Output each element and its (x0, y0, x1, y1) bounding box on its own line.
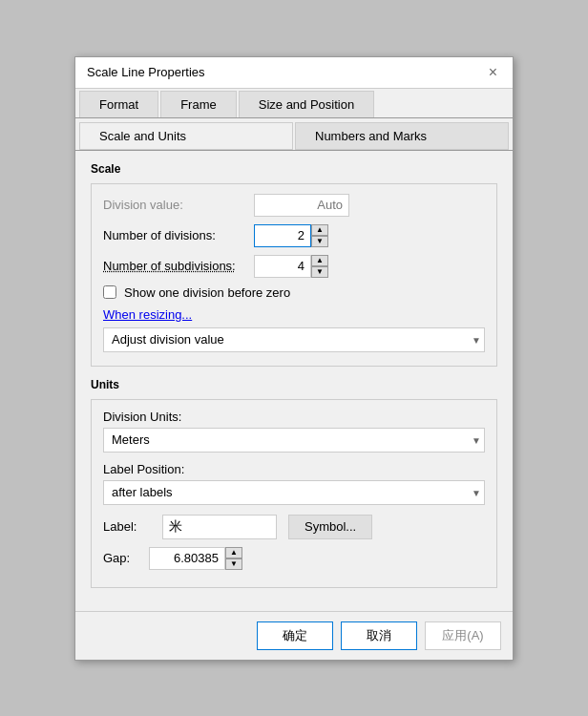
show-one-division-label: Show one division before zero (124, 285, 290, 300)
confirm-button[interactable]: 确定 (257, 621, 333, 650)
gap-input[interactable] (149, 547, 225, 570)
num-subdivisions-down-btn[interactable]: ▼ (311, 266, 328, 278)
gap-up-btn[interactable]: ▲ (225, 547, 242, 558)
num-subdivisions-row: Number of subdivisions: ▲ ▼ (103, 255, 485, 278)
show-one-division-checkbox[interactable] (103, 285, 116, 299)
gap-spinner-btns: ▲ ▼ (225, 547, 242, 570)
label-field-label: Label: (103, 519, 151, 534)
num-subdivisions-up-btn[interactable]: ▲ (311, 255, 328, 266)
num-divisions-spinner: ▲ ▼ (254, 224, 328, 247)
division-value-row: Division value: (103, 194, 485, 217)
tab-row-1: Format Frame Size and Position (75, 89, 513, 118)
tab-format[interactable]: Format (79, 91, 158, 117)
num-divisions-spinner-btns: ▲ ▼ (311, 224, 328, 247)
gap-label: Gap: (103, 551, 141, 565)
num-subdivisions-input[interactable] (254, 255, 311, 278)
tab-size-and-position[interactable]: Size and Position (239, 91, 374, 117)
tab-row-2: Scale and Units Numbers and Marks (75, 118, 513, 150)
label-text-input[interactable] (162, 515, 277, 539)
dialog-footer: 确定 取消 应用(A) (75, 611, 513, 660)
units-section-box: Division Units: Meters ▼ Label Position:… (91, 399, 497, 588)
num-divisions-label: Number of divisions: (103, 228, 246, 242)
tab-scale-and-units[interactable]: Scale and Units (79, 122, 293, 150)
gap-spinner: ▲ ▼ (149, 547, 242, 570)
scale-section-label: Scale (91, 162, 497, 176)
tab-numbers-and-marks[interactable]: Numbers and Marks (295, 122, 509, 150)
division-units-dropdown[interactable]: Meters (103, 428, 485, 453)
gap-down-btn[interactable]: ▼ (225, 558, 242, 570)
division-units-label: Division Units: (103, 410, 485, 424)
label-field-row: Label: Symbol... (103, 515, 485, 539)
num-divisions-input[interactable] (254, 224, 311, 247)
num-subdivisions-label: Number of subdivisions: (103, 259, 246, 273)
symbol-button[interactable]: Symbol... (288, 515, 372, 539)
apply-button[interactable]: 应用(A) (425, 621, 501, 650)
num-subdivisions-spinner: ▲ ▼ (254, 255, 328, 278)
label-position-dropdown[interactable]: after labels (103, 480, 485, 505)
show-one-division-row: Show one division before zero (103, 285, 485, 300)
label-position-label: Label Position: (103, 462, 485, 476)
division-value-input[interactable] (254, 194, 349, 217)
dialog-content: Scale Division value: Number of division… (75, 151, 513, 611)
when-resizing-link[interactable]: When resizing... (103, 307, 485, 322)
gap-row: Gap: ▲ ▼ (103, 547, 485, 570)
dialog-window: Scale Line Properties × Format Frame Siz… (74, 56, 514, 661)
units-section-label: Units (91, 378, 497, 391)
label-position-dropdown-wrapper: after labels ▼ (103, 480, 485, 505)
scale-section-box: Division value: Number of divisions: ▲ ▼… (91, 183, 497, 367)
adjust-dropdown-wrapper: Adjust division value ▼ (103, 327, 485, 352)
title-bar: Scale Line Properties × (75, 57, 513, 89)
division-value-label: Division value: (103, 198, 246, 212)
tab-frame[interactable]: Frame (160, 91, 237, 117)
adjust-dropdown[interactable]: Adjust division value (103, 327, 485, 352)
division-units-dropdown-wrapper: Meters ▼ (103, 428, 485, 453)
cancel-button[interactable]: 取消 (341, 621, 417, 650)
num-subdivisions-spinner-btns: ▲ ▼ (311, 255, 328, 278)
window-title: Scale Line Properties (87, 65, 205, 79)
num-divisions-down-btn[interactable]: ▼ (311, 236, 328, 247)
num-divisions-row: Number of divisions: ▲ ▼ (103, 224, 485, 247)
num-divisions-up-btn[interactable]: ▲ (311, 224, 328, 236)
close-button[interactable]: × (485, 65, 501, 80)
